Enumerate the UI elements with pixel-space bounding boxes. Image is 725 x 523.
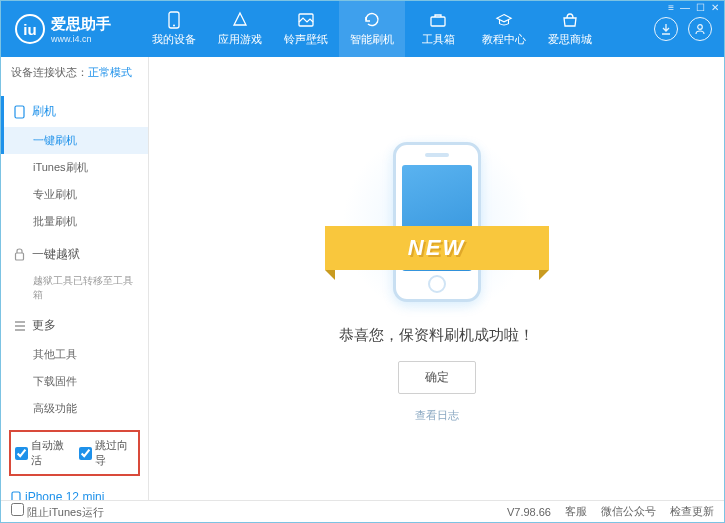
confirm-button[interactable]: 确定	[398, 361, 476, 394]
nav-label: 智能刷机	[350, 32, 394, 47]
menu-icon[interactable]: ≡	[668, 2, 674, 13]
nav-label: 铃声壁纸	[284, 32, 328, 47]
device-info[interactable]: iPhone 12 mini 64GB Down-12mini-13,1	[1, 484, 148, 500]
checkbox-input[interactable]	[79, 447, 92, 460]
nav-toolbox[interactable]: 工具箱	[405, 1, 471, 57]
list-icon	[13, 319, 26, 332]
section-title: 刷机	[32, 103, 56, 120]
svg-rect-5	[15, 106, 24, 118]
success-illustration: NEW	[337, 134, 537, 314]
apps-icon	[231, 11, 249, 29]
checkbox-input[interactable]	[11, 503, 24, 516]
checkbox-label: 阻止iTunes运行	[27, 506, 104, 518]
graduation-icon	[495, 11, 513, 29]
refresh-icon	[363, 11, 381, 29]
sidebar-section-flash[interactable]: 刷机	[1, 96, 148, 127]
section-title: 一键越狱	[32, 246, 80, 263]
svg-point-1	[173, 25, 175, 27]
sidebar-item-pro-flash[interactable]: 专业刷机	[1, 181, 148, 208]
nav-label: 爱思商城	[548, 32, 592, 47]
nav-tutorials[interactable]: 教程中心	[471, 1, 537, 57]
logo-icon: iu	[15, 14, 45, 44]
svg-point-4	[698, 25, 703, 30]
brand-name: 爱思助手	[51, 15, 111, 34]
maximize-icon[interactable]: ☐	[696, 2, 705, 13]
brand-site: www.i4.cn	[51, 34, 111, 44]
sidebar-item-itunes-flash[interactable]: iTunes刷机	[1, 154, 148, 181]
ribbon-text: NEW	[408, 235, 465, 261]
status-label: 设备连接状态：	[11, 66, 88, 78]
device-name-row: iPhone 12 mini	[11, 490, 138, 500]
nav-apps[interactable]: 应用游戏	[207, 1, 273, 57]
sidebar-item-download-firmware[interactable]: 下载固件	[1, 368, 148, 395]
store-icon	[561, 11, 579, 29]
logo: iu 爱思助手 www.i4.cn	[1, 14, 141, 44]
svg-rect-6	[16, 253, 24, 260]
status-value: 正常模式	[88, 66, 132, 78]
sidebar: 设备连接状态：正常模式 刷机 一键刷机 iTunes刷机 专业刷机 批量刷机 一…	[1, 57, 149, 500]
sidebar-section-jailbreak[interactable]: 一键越狱	[1, 239, 148, 270]
checkbox-auto-activate[interactable]: 自动激活	[15, 438, 71, 468]
jailbreak-note: 越狱工具已转移至工具箱	[1, 270, 148, 306]
top-nav: 我的设备 应用游戏 铃声壁纸 智能刷机 工具箱 教程中心 爱思商城	[141, 1, 642, 57]
nav-store[interactable]: 爱思商城	[537, 1, 603, 57]
sidebar-item-batch-flash[interactable]: 批量刷机	[1, 208, 148, 235]
sidebar-item-advanced[interactable]: 高级功能	[1, 395, 148, 422]
nav-label: 工具箱	[422, 32, 455, 47]
nav-ringtones[interactable]: 铃声壁纸	[273, 1, 339, 57]
check-update-link[interactable]: 检查更新	[670, 504, 714, 519]
checkbox-skip-guide[interactable]: 跳过向导	[79, 438, 135, 468]
phone-icon	[13, 105, 26, 118]
sidebar-item-oneclick-flash[interactable]: 一键刷机	[1, 127, 148, 154]
section-title: 更多	[32, 317, 56, 334]
download-icon[interactable]	[654, 17, 678, 41]
wallpaper-icon	[297, 11, 315, 29]
device-name: iPhone 12 mini	[25, 490, 104, 500]
svg-rect-7	[12, 492, 20, 501]
user-icon[interactable]	[688, 17, 712, 41]
flash-options: 自动激活 跳过向导	[9, 430, 140, 476]
footer: 阻止iTunes运行 V7.98.66 客服 微信公众号 检查更新	[1, 500, 724, 522]
svg-rect-3	[431, 17, 445, 26]
header: iu 爱思助手 www.i4.cn 我的设备 应用游戏 铃声壁纸 智能刷机 工具…	[1, 1, 724, 57]
nav-label: 我的设备	[152, 32, 196, 47]
minimize-icon[interactable]: —	[680, 2, 690, 13]
checkbox-label: 跳过向导	[95, 438, 135, 468]
checkbox-block-itunes[interactable]: 阻止iTunes运行	[11, 503, 104, 520]
success-message: 恭喜您，保资料刷机成功啦！	[339, 326, 534, 345]
close-icon[interactable]: ✕	[711, 2, 719, 13]
wechat-link[interactable]: 微信公众号	[601, 504, 656, 519]
phone-graphic	[393, 142, 481, 302]
phone-icon	[11, 491, 21, 501]
nav-flash[interactable]: 智能刷机	[339, 1, 405, 57]
nav-label: 应用游戏	[218, 32, 262, 47]
main-content: NEW 恭喜您，保资料刷机成功啦！ 确定 查看日志	[149, 57, 724, 500]
window-controls: ≡ — ☐ ✕	[668, 2, 719, 13]
new-ribbon: NEW	[325, 226, 549, 270]
checkbox-input[interactable]	[15, 447, 28, 460]
header-actions	[642, 17, 724, 41]
phone-icon	[165, 11, 183, 29]
support-link[interactable]: 客服	[565, 504, 587, 519]
lock-icon	[13, 248, 26, 261]
toolbox-icon	[429, 11, 447, 29]
version-label: V7.98.66	[507, 506, 551, 518]
nav-my-device[interactable]: 我的设备	[141, 1, 207, 57]
nav-label: 教程中心	[482, 32, 526, 47]
view-log-link[interactable]: 查看日志	[415, 408, 459, 423]
sidebar-item-other-tools[interactable]: 其他工具	[1, 341, 148, 368]
checkbox-label: 自动激活	[31, 438, 71, 468]
sidebar-section-more[interactable]: 更多	[1, 310, 148, 341]
connection-status: 设备连接状态：正常模式	[1, 57, 148, 88]
